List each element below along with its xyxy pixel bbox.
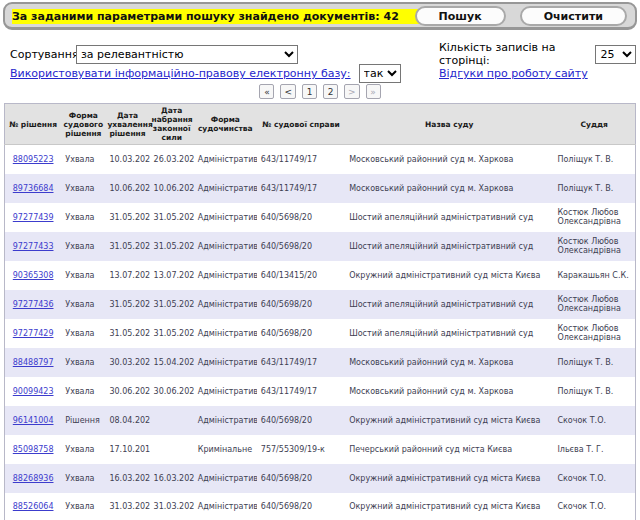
cell-decision-date: 31.05.2021: [105, 232, 149, 261]
cell-decision-form: Ухвала: [61, 203, 105, 232]
cell-case-number: 643/11749/17: [257, 145, 345, 174]
cell-decision-number: 88488797: [5, 348, 62, 377]
cell-court-name: Окружний адміністративний суд міста Києв…: [345, 493, 553, 520]
sort-label: Сортування:: [10, 48, 76, 61]
pagination-last-button[interactable]: »: [366, 84, 381, 99]
per-page-select[interactable]: 25: [595, 45, 636, 64]
decision-link[interactable]: 88268936: [13, 474, 54, 483]
cell-court-name: Окружний адміністративний суд міста Києв…: [345, 261, 553, 290]
decision-link[interactable]: 89736684: [13, 184, 54, 193]
cell-court-name: Шостий апеляційний адміністративний суд: [345, 319, 553, 348]
col-header-effective-date: Дата набрання законної сили: [150, 104, 194, 145]
cell-decision-number: 88095223: [5, 145, 62, 174]
cell-decision-form: Ухвала: [61, 232, 105, 261]
results-table-header: № рішення Форма судового рішення Дата ух…: [5, 104, 636, 145]
cell-effective-date: [150, 406, 194, 435]
decision-link[interactable]: 97277439: [13, 213, 54, 222]
cell-judge: Поліщук Т. В.: [553, 145, 635, 174]
col-header-decision-form: Форма судового рішення: [61, 104, 105, 145]
cell-decision-date: 31.05.2021: [105, 319, 149, 348]
col-header-court-name: Назва суду: [345, 104, 553, 145]
col-header-decision-date: Дата ухвалення рішення: [105, 104, 149, 145]
cell-proceeding-form: Адміністративне: [194, 464, 257, 493]
results-table: № рішення Форма судового рішення Дата ух…: [4, 103, 636, 520]
decision-link[interactable]: 88095223: [13, 155, 54, 164]
cell-decision-form: Ухвала: [61, 290, 105, 319]
cell-court-name: Московський районний суд м. Харкова: [345, 377, 553, 406]
cell-case-number: 640/5698/20: [257, 464, 345, 493]
cell-decision-date: 30.06.2020: [105, 377, 149, 406]
pagination-first-button[interactable]: «: [259, 84, 274, 99]
cell-court-name: Московський районний суд м. Харкова: [345, 145, 553, 174]
decision-link[interactable]: 97277429: [13, 329, 54, 338]
table-row: 88526064Ухвала31.03.202031.03.2020Адміні…: [5, 493, 636, 520]
cell-case-number: 640/5698/20: [257, 493, 345, 520]
cell-judge: Костюк Любов Олександрівна: [553, 232, 635, 261]
cell-effective-date: 16.03.2020: [150, 464, 194, 493]
cell-proceeding-form: Адміністративне: [194, 377, 257, 406]
cell-judge: Скочок Т.О.: [553, 406, 635, 435]
col-header-proceeding-form: Форма судочинства: [194, 104, 257, 145]
cell-effective-date: 31.03.2020: [150, 493, 194, 520]
cell-decision-date: 31.05.2021: [105, 203, 149, 232]
feedback-link[interactable]: Відгуки про роботу сайту: [439, 67, 588, 80]
cell-judge: Поліщук Т. В.: [553, 174, 635, 203]
legal-base-link[interactable]: Використовувати інформаційно-правову еле…: [10, 67, 351, 80]
decision-link[interactable]: 85098758: [13, 445, 54, 454]
cell-decision-date: 10.06.2020: [105, 174, 149, 203]
cell-proceeding-form: Адміністративне: [194, 174, 257, 203]
cell-case-number: 640/5698/20: [257, 290, 345, 319]
cell-court-name: Московський районний суд м. Харкова: [345, 174, 553, 203]
pagination-page-1-button[interactable]: 1: [302, 84, 317, 99]
cell-decision-date: 10.03.2020: [105, 145, 149, 174]
cell-proceeding-form: Адміністративне: [194, 319, 257, 348]
cell-decision-form: Рішення: [61, 406, 105, 435]
decision-link[interactable]: 97277436: [13, 300, 54, 309]
cell-decision-number: 88526064: [5, 493, 62, 520]
decision-link[interactable]: 97277433: [13, 242, 54, 251]
pagination-page-2-button[interactable]: 2: [323, 84, 338, 99]
results-count-highlight: За заданими параметрами пошуку знайдено …: [12, 9, 430, 24]
cell-decision-number: 97277433: [5, 232, 62, 261]
cell-case-number: 640/13415/20: [257, 261, 345, 290]
cell-effective-date: 31.05.2021: [150, 290, 194, 319]
legal-base-select[interactable]: так: [359, 64, 401, 83]
search-button[interactable]: Пошук: [415, 6, 506, 26]
decision-link[interactable]: 88488797: [13, 358, 54, 367]
cell-case-number: 640/5698/20: [257, 203, 345, 232]
cell-decision-number: 85098758: [5, 435, 62, 464]
cell-court-name: Окружний адміністративний суд міста Києв…: [345, 464, 553, 493]
cell-decision-number: 97277429: [5, 319, 62, 348]
cell-case-number: 643/11749/17: [257, 348, 345, 377]
cell-effective-date: 10.06.2020: [150, 174, 194, 203]
feedback-group: Відгуки про роботу сайту: [439, 67, 636, 80]
cell-proceeding-form: Адміністративне: [194, 261, 257, 290]
cell-case-number: 643/11749/17: [257, 174, 345, 203]
cell-effective-date: 13.07.2020: [150, 261, 194, 290]
clear-button[interactable]: Очистити: [520, 6, 627, 26]
pagination-next-button[interactable]: >: [344, 84, 360, 99]
cell-effective-date: 31.05.2021: [150, 319, 194, 348]
cell-proceeding-form: Адміністративне: [194, 493, 257, 520]
cell-case-number: 640/5698/20: [257, 232, 345, 261]
cell-decision-form: Ухвала: [61, 435, 105, 464]
cell-decision-date: 17.10.2019: [105, 435, 149, 464]
decision-link[interactable]: 96141004: [13, 416, 54, 425]
table-row: 97277429Ухвала31.05.202131.05.2021Адміні…: [5, 319, 636, 348]
cell-decision-number: 96141004: [5, 406, 62, 435]
pagination-prev-button[interactable]: <: [280, 84, 296, 99]
sort-select[interactable]: за релевантністю: [76, 45, 298, 64]
table-row: 89736684Ухвала10.06.202010.06.2020Адміні…: [5, 174, 636, 203]
cell-effective-date: [150, 435, 194, 464]
results-count-text: За заданими параметрами пошуку знайдено …: [12, 10, 380, 23]
cell-effective-date: 30.06.2020: [150, 377, 194, 406]
cell-proceeding-form: Адміністративне: [194, 145, 257, 174]
results-count-value: 42: [384, 10, 399, 23]
cell-case-number: 640/5698/20: [257, 319, 345, 348]
decision-link[interactable]: 90099423: [13, 387, 54, 396]
cell-proceeding-form: Кримінальне: [194, 435, 257, 464]
pagination: « < 1 2 > »: [0, 84, 640, 99]
decision-link[interactable]: 90365308: [13, 271, 54, 280]
cell-proceeding-form: Адміністративне: [194, 348, 257, 377]
decision-link[interactable]: 88526064: [13, 502, 54, 511]
